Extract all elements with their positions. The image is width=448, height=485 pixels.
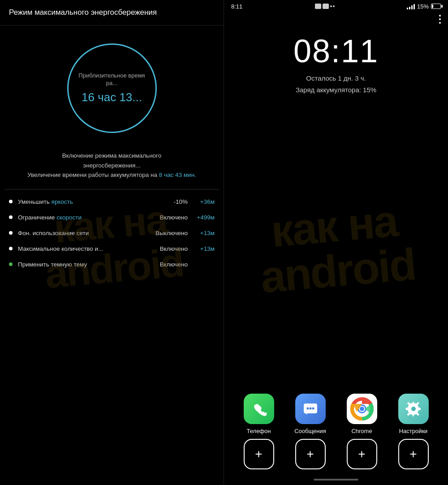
- info-section: Включение режима максимального энергосбе…: [0, 146, 224, 189]
- setting-name-maxapps: Максимальное количество и...: [18, 245, 156, 252]
- setting-name-speed: Ограничение скорости: [18, 214, 156, 221]
- chrome-app-icon: [347, 394, 377, 424]
- app-item-messages[interactable]: Сообщения: [290, 394, 331, 434]
- setting-name-darktheme: Применить темную тему: [18, 261, 156, 268]
- left-panel: Режим максимального энергосбережения При…: [0, 0, 224, 485]
- app-item-phone[interactable]: Телефон: [239, 394, 279, 434]
- add-button-3[interactable]: +: [347, 439, 377, 469]
- add-button-4[interactable]: +: [398, 439, 429, 469]
- add-button-2[interactable]: +: [295, 439, 326, 469]
- overflow-menu-button[interactable]: [439, 15, 441, 24]
- settings-icon: [405, 400, 422, 418]
- clock-section: 08:11 Осталось 1 дн. 3 ч. Заряд аккумуля…: [224, 26, 448, 102]
- settings-app-icon: [398, 394, 429, 424]
- clock-remaining: Осталось 1 дн. 3 ч. Заряд аккумулятора: …: [296, 73, 376, 95]
- menu-dots-area: [224, 13, 448, 26]
- app-item-chrome[interactable]: Chrome: [342, 394, 382, 434]
- add-buttons-row: + + + +: [233, 439, 439, 469]
- setting-name-network: Фон. использование сети: [18, 230, 155, 236]
- setting-value-brightness: -10%: [156, 198, 188, 205]
- settings-item-network: Фон. использование сети Выключено +13м: [0, 225, 224, 241]
- setting-value-maxapps: Включено: [156, 245, 188, 252]
- setting-gain-speed: +499м: [194, 214, 215, 221]
- messages-icon: [302, 400, 319, 418]
- circle-time: 16 час 13...: [82, 90, 142, 104]
- remaining-line2: Заряд аккумулятора: 15%: [296, 86, 376, 94]
- left-header: Режим максимального энергосбережения: [0, 0, 224, 26]
- home-indicator: [314, 479, 358, 481]
- battery-time-circle: Приблизительное время ра... 16 час 13...: [67, 43, 157, 133]
- apps-section: Телефон Сообщения: [224, 394, 448, 476]
- setting-gain-network: +13м: [194, 230, 215, 236]
- phone-icon: [251, 401, 267, 417]
- setting-value-speed: Включено: [156, 214, 188, 221]
- info-line2: энергосбережения...: [83, 162, 140, 169]
- status-right-icons: 15%: [407, 3, 441, 10]
- left-header-title: Режим максимального энергосбережения: [9, 8, 157, 17]
- battery-percent-text: 15%: [417, 3, 429, 10]
- info-line1: Включение режима максимального: [62, 152, 161, 159]
- battery-icon: [431, 4, 441, 9]
- messages-app-label: Сообщения: [294, 428, 326, 434]
- watermark-text: как наandroid: [255, 197, 417, 299]
- notif-icon-1: [315, 4, 321, 9]
- info-text: Включение режима максимального энергосбе…: [9, 151, 215, 180]
- notif-dots: [330, 5, 335, 7]
- chrome-app-label: Chrome: [351, 428, 372, 434]
- status-bar: 8:11 15%: [224, 0, 448, 13]
- bullet-icon: [9, 247, 13, 250]
- settings-list: Уменьшить яркость -10% +36м Ограничение …: [0, 189, 224, 485]
- messages-app-icon: [295, 394, 326, 424]
- svg-point-5: [312, 408, 314, 410]
- bottom-bar: [224, 476, 448, 485]
- signal-icon: [407, 3, 415, 9]
- info-line3: Увеличение времени работы аккумулятора н…: [27, 172, 157, 178]
- clock-display: 08:11: [293, 35, 379, 67]
- circle-label: Приблизительное время ра...: [69, 72, 155, 87]
- right-watermark: как наandroid: [224, 102, 448, 394]
- svg-point-4: [309, 408, 311, 410]
- svg-point-10: [360, 407, 364, 411]
- setting-value-network: Выключено: [155, 230, 188, 236]
- bullet-icon: [9, 200, 13, 203]
- bullet-icon: [9, 215, 13, 219]
- status-time: 8:11: [231, 3, 242, 10]
- phone-app-label: Телефон: [247, 428, 271, 434]
- svg-point-12: [411, 407, 416, 411]
- chrome-icon: [350, 397, 374, 421]
- app-item-settings[interactable]: Настройки: [393, 394, 434, 434]
- info-highlight: 8 час 43 мин.: [159, 172, 196, 178]
- settings-app-label: Настройки: [399, 428, 428, 434]
- settings-item-maxapps: Максимальное количество и... Включено +1…: [0, 241, 224, 257]
- remaining-line1: Осталось 1 дн. 3 ч.: [306, 74, 366, 82]
- right-panel: 8:11 15%: [224, 0, 448, 485]
- setting-name-brightness: Уменьшить яркость: [18, 198, 156, 205]
- brightness-link[interactable]: яркость: [52, 198, 73, 205]
- phone-app-icon: [244, 394, 274, 424]
- svg-point-3: [306, 408, 309, 410]
- setting-value-darktheme: Включено: [156, 261, 188, 268]
- apps-row: Телефон Сообщения: [233, 394, 439, 434]
- add-button-1[interactable]: +: [244, 439, 274, 469]
- notification-icons: [315, 4, 335, 9]
- speed-link[interactable]: скорости: [56, 214, 82, 221]
- settings-item-brightness: Уменьшить яркость -10% +36м: [0, 194, 224, 210]
- setting-gain-maxapps: +13м: [194, 245, 215, 252]
- circle-section: Приблизительное время ра... 16 час 13...: [0, 26, 224, 146]
- bullet-icon-green: [9, 262, 13, 266]
- bullet-icon: [9, 231, 13, 235]
- settings-item-darktheme: Применить темную тему Включено: [0, 257, 224, 272]
- setting-gain-brightness: +36м: [194, 198, 215, 205]
- settings-item-speed: Ограничение скорости Включено +499м: [0, 210, 224, 225]
- battery-fill: [432, 4, 433, 8]
- notif-icon-2: [323, 4, 329, 9]
